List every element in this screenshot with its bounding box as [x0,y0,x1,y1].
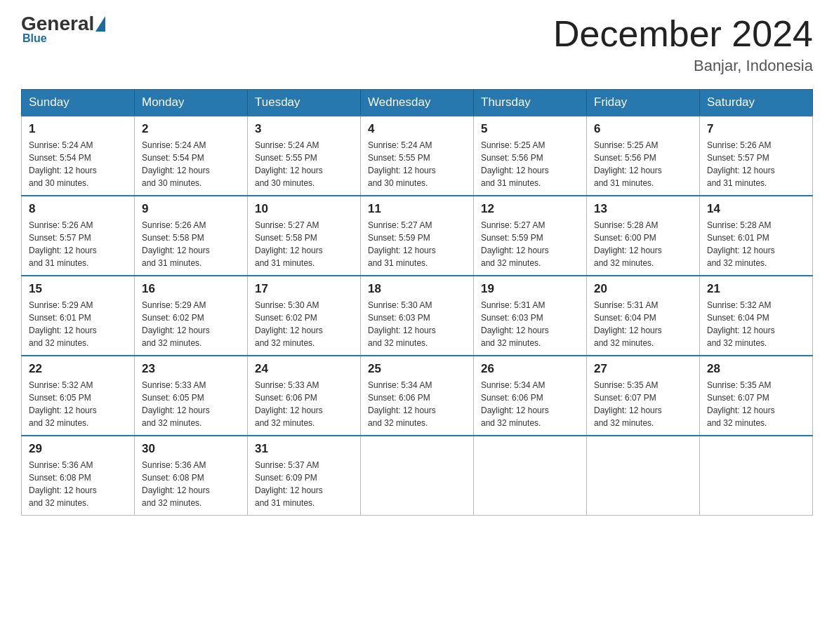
calendar-cell: 25Sunrise: 5:34 AMSunset: 6:06 PMDayligh… [361,356,474,436]
day-info: Sunrise: 5:31 AMSunset: 6:04 PMDaylight:… [594,299,692,349]
calendar-cell: 9Sunrise: 5:26 AMSunset: 5:58 PMDaylight… [135,196,248,276]
calendar-cell: 23Sunrise: 5:33 AMSunset: 6:05 PMDayligh… [135,356,248,436]
logo-general-text: General [21,14,94,34]
day-info: Sunrise: 5:28 AMSunset: 6:01 PMDaylight:… [707,219,805,269]
calendar-cell: 22Sunrise: 5:32 AMSunset: 6:05 PMDayligh… [22,356,135,436]
day-number: 15 [29,282,127,296]
day-info: Sunrise: 5:35 AMSunset: 6:07 PMDaylight:… [707,379,805,429]
calendar-cell: 2Sunrise: 5:24 AMSunset: 5:54 PMDaylight… [135,116,248,196]
calendar-cell: 11Sunrise: 5:27 AMSunset: 5:59 PMDayligh… [361,196,474,276]
weekday-header-monday: Monday [135,90,248,116]
calendar-cell: 28Sunrise: 5:35 AMSunset: 6:07 PMDayligh… [700,356,813,436]
day-info: Sunrise: 5:25 AMSunset: 5:56 PMDaylight:… [594,139,692,189]
calendar-week-5: 29Sunrise: 5:36 AMSunset: 6:08 PMDayligh… [22,436,813,516]
day-info: Sunrise: 5:35 AMSunset: 6:07 PMDaylight:… [594,379,692,429]
calendar-cell: 3Sunrise: 5:24 AMSunset: 5:55 PMDaylight… [248,116,361,196]
day-number: 13 [594,202,692,216]
calendar-cell [587,436,700,516]
weekday-header-thursday: Thursday [474,90,587,116]
weekday-header-saturday: Saturday [700,90,813,116]
day-number: 5 [481,122,579,136]
title-section: December 2024 Banjar, Indonesia [553,14,813,75]
location-subtitle: Banjar, Indonesia [553,57,813,75]
day-number: 14 [707,202,805,216]
calendar-cell: 13Sunrise: 5:28 AMSunset: 6:00 PMDayligh… [587,196,700,276]
calendar-cell: 21Sunrise: 5:32 AMSunset: 6:04 PMDayligh… [700,276,813,356]
day-info: Sunrise: 5:33 AMSunset: 6:06 PMDaylight:… [255,379,353,429]
calendar-cell: 18Sunrise: 5:30 AMSunset: 6:03 PMDayligh… [361,276,474,356]
calendar-cell: 16Sunrise: 5:29 AMSunset: 6:02 PMDayligh… [135,276,248,356]
day-number: 24 [255,362,353,376]
calendar-cell: 6Sunrise: 5:25 AMSunset: 5:56 PMDaylight… [587,116,700,196]
day-number: 2 [142,122,240,136]
calendar-cell: 15Sunrise: 5:29 AMSunset: 6:01 PMDayligh… [22,276,135,356]
day-info: Sunrise: 5:34 AMSunset: 6:06 PMDaylight:… [368,379,466,429]
calendar-cell [361,436,474,516]
day-number: 4 [368,122,466,136]
day-number: 22 [29,362,127,376]
calendar-cell: 17Sunrise: 5:30 AMSunset: 6:02 PMDayligh… [248,276,361,356]
day-number: 1 [29,122,127,136]
weekday-header-sunday: Sunday [22,90,135,116]
logo: General Blue [21,14,107,45]
day-number: 30 [142,442,240,456]
day-number: 6 [594,122,692,136]
calendar-header-row: SundayMondayTuesdayWednesdayThursdayFrid… [22,90,813,116]
weekday-header-friday: Friday [587,90,700,116]
calendar-cell: 4Sunrise: 5:24 AMSunset: 5:55 PMDaylight… [361,116,474,196]
calendar-cell: 27Sunrise: 5:35 AMSunset: 6:07 PMDayligh… [587,356,700,436]
weekday-header-tuesday: Tuesday [248,90,361,116]
day-number: 31 [255,442,353,456]
day-info: Sunrise: 5:30 AMSunset: 6:03 PMDaylight:… [368,299,466,349]
day-number: 26 [481,362,579,376]
day-number: 3 [255,122,353,136]
day-info: Sunrise: 5:30 AMSunset: 6:02 PMDaylight:… [255,299,353,349]
day-info: Sunrise: 5:24 AMSunset: 5:54 PMDaylight:… [142,139,240,189]
day-info: Sunrise: 5:24 AMSunset: 5:55 PMDaylight:… [368,139,466,189]
day-number: 19 [481,282,579,296]
day-number: 21 [707,282,805,296]
day-info: Sunrise: 5:25 AMSunset: 5:56 PMDaylight:… [481,139,579,189]
calendar-cell: 29Sunrise: 5:36 AMSunset: 6:08 PMDayligh… [22,436,135,516]
day-number: 25 [368,362,466,376]
calendar-week-2: 8Sunrise: 5:26 AMSunset: 5:57 PMDaylight… [22,196,813,276]
weekday-header-wednesday: Wednesday [361,90,474,116]
calendar-cell: 8Sunrise: 5:26 AMSunset: 5:57 PMDaylight… [22,196,135,276]
day-number: 10 [255,202,353,216]
day-info: Sunrise: 5:24 AMSunset: 5:54 PMDaylight:… [29,139,127,189]
day-number: 7 [707,122,805,136]
calendar-table: SundayMondayTuesdayWednesdayThursdayFrid… [21,89,813,516]
day-number: 8 [29,202,127,216]
day-number: 23 [142,362,240,376]
day-number: 12 [481,202,579,216]
day-number: 28 [707,362,805,376]
day-info: Sunrise: 5:28 AMSunset: 6:00 PMDaylight:… [594,219,692,269]
calendar-week-3: 15Sunrise: 5:29 AMSunset: 6:01 PMDayligh… [22,276,813,356]
calendar-cell: 20Sunrise: 5:31 AMSunset: 6:04 PMDayligh… [587,276,700,356]
day-number: 27 [594,362,692,376]
day-number: 17 [255,282,353,296]
calendar-cell: 12Sunrise: 5:27 AMSunset: 5:59 PMDayligh… [474,196,587,276]
calendar-cell: 31Sunrise: 5:37 AMSunset: 6:09 PMDayligh… [248,436,361,516]
page-header: General Blue December 2024 Banjar, Indon… [21,14,813,75]
day-info: Sunrise: 5:32 AMSunset: 6:04 PMDaylight:… [707,299,805,349]
calendar-cell: 14Sunrise: 5:28 AMSunset: 6:01 PMDayligh… [700,196,813,276]
logo-blue-text: Blue [22,32,47,45]
calendar-cell: 1Sunrise: 5:24 AMSunset: 5:54 PMDaylight… [22,116,135,196]
day-info: Sunrise: 5:36 AMSunset: 6:08 PMDaylight:… [142,459,240,509]
day-info: Sunrise: 5:27 AMSunset: 5:59 PMDaylight:… [481,219,579,269]
calendar-cell: 19Sunrise: 5:31 AMSunset: 6:03 PMDayligh… [474,276,587,356]
day-info: Sunrise: 5:27 AMSunset: 5:59 PMDaylight:… [368,219,466,269]
day-info: Sunrise: 5:33 AMSunset: 6:05 PMDaylight:… [142,379,240,429]
calendar-cell: 10Sunrise: 5:27 AMSunset: 5:58 PMDayligh… [248,196,361,276]
calendar-cell [700,436,813,516]
calendar-week-1: 1Sunrise: 5:24 AMSunset: 5:54 PMDaylight… [22,116,813,196]
calendar-week-4: 22Sunrise: 5:32 AMSunset: 6:05 PMDayligh… [22,356,813,436]
day-number: 16 [142,282,240,296]
day-number: 9 [142,202,240,216]
day-info: Sunrise: 5:36 AMSunset: 6:08 PMDaylight:… [29,459,127,509]
day-info: Sunrise: 5:26 AMSunset: 5:57 PMDaylight:… [29,219,127,269]
calendar-cell [474,436,587,516]
page-title: December 2024 [553,14,813,54]
calendar-cell: 30Sunrise: 5:36 AMSunset: 6:08 PMDayligh… [135,436,248,516]
